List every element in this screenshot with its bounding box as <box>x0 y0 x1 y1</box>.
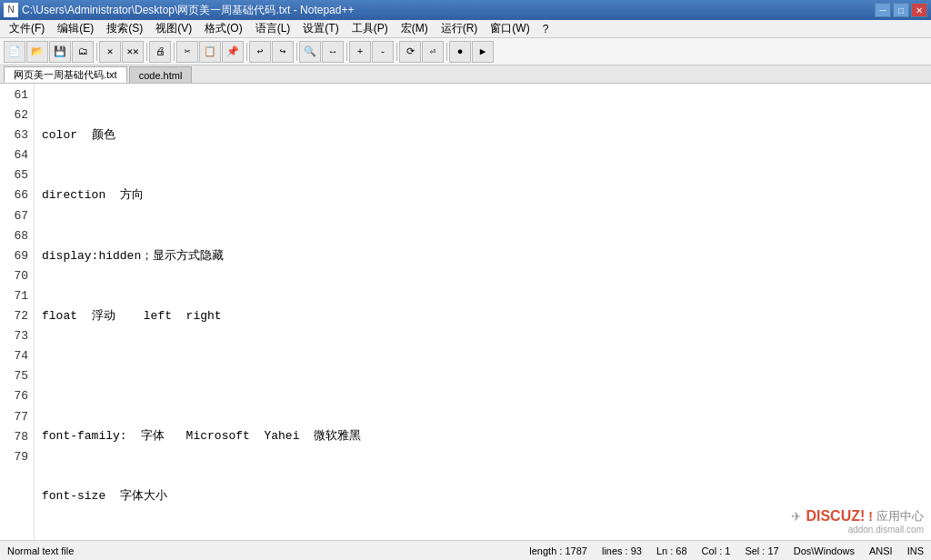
zoom-out-button[interactable]: - <box>372 41 394 63</box>
line-number: 69 <box>0 246 28 266</box>
status-lines: lines : 93 <box>602 545 642 556</box>
title-bar: N C:\Users\Administrator\Desktop\网页美一周基础… <box>0 0 931 20</box>
editor-content[interactable]: color 颜色 direction 方向 display:hidden；显示方… <box>35 84 931 540</box>
close-button[interactable]: ✕ <box>911 3 927 17</box>
editor-line-65 <box>42 366 924 386</box>
discuz-brand-text: DISCUZ! <box>806 508 865 525</box>
line-number: 67 <box>0 206 28 226</box>
menu-tools[interactable]: 工具(P) <box>346 21 394 37</box>
toolbar: 📄 📂 💾 🗂 ✕ ✕✕ 🖨 ✂ 📋 📌 ↩ ↪ 🔍 ↔ + - ⟳ ⏎ ● ▶ <box>0 38 931 65</box>
save-all-button[interactable]: 🗂 <box>72 41 94 63</box>
line-number: 62 <box>0 105 28 125</box>
status-length: length : 1787 <box>529 545 587 556</box>
menu-help[interactable]: ? <box>537 21 555 37</box>
status-file-type: Normal text file <box>7 545 74 556</box>
discuz-icon: ✈ DISCUZ!!应用中心 <box>791 508 924 525</box>
tabs-bar: 网页美一周基础代码.txt code.html <box>0 65 931 84</box>
separator-1 <box>95 41 98 63</box>
status-mode: INS <box>907 545 924 556</box>
replace-button[interactable]: ↔ <box>322 41 344 63</box>
window-controls: ─ □ ✕ <box>875 3 927 17</box>
line-number: 77 <box>0 407 28 427</box>
menu-settings[interactable]: 设置(T) <box>297 21 344 37</box>
status-charset: ANSI <box>869 545 893 556</box>
line-number: 78 <box>0 427 28 447</box>
line-number: 71 <box>0 286 28 306</box>
line-number: 63 <box>0 125 28 145</box>
line-number: 73 <box>0 326 28 346</box>
editor-line-61: color 颜色 <box>42 125 924 145</box>
wrap-button[interactable]: ⏎ <box>422 41 444 63</box>
editor-line-66: font-family: 字体 Microsoft Yahei 微软雅黑 <box>42 426 924 446</box>
status-ln: Ln : 68 <box>656 545 687 556</box>
minimize-button[interactable]: ─ <box>875 3 891 17</box>
line-number: 72 <box>0 306 28 326</box>
line-number: 79 <box>0 447 28 467</box>
new-button[interactable]: 📄 <box>4 41 25 63</box>
separator-4 <box>245 41 248 63</box>
menu-search[interactable]: 搜索(S) <box>101 21 148 37</box>
menu-view[interactable]: 视图(V) <box>150 21 197 37</box>
line-number: 66 <box>0 185 28 205</box>
editor-container: 61 62 63 64 65 66 67 68 69 70 71 72 73 7… <box>0 84 931 540</box>
editor-line-62: direction 方向 <box>42 185 924 205</box>
line-number: 61 <box>0 85 28 105</box>
discuz-arrow-icon: ✈ <box>791 509 802 524</box>
sync-button[interactable]: ⟳ <box>399 41 421 63</box>
separator-3 <box>172 41 175 63</box>
separator-8 <box>445 41 448 63</box>
discuz-url: addon.dismall.com <box>791 525 924 535</box>
find-button[interactable]: 🔍 <box>299 41 321 63</box>
separator-5 <box>295 41 298 63</box>
menu-macro[interactable]: 宏(M) <box>395 21 434 37</box>
menu-language[interactable]: 语言(L) <box>250 21 296 37</box>
editor-line-64: float 浮动 left right <box>42 306 924 326</box>
print-button[interactable]: 🖨 <box>149 41 171 63</box>
open-button[interactable]: 📂 <box>26 41 48 63</box>
redo-button[interactable]: ↪ <box>272 41 294 63</box>
separator-2 <box>145 41 148 63</box>
app-icon: N <box>4 3 18 17</box>
zoom-in-button[interactable]: + <box>349 41 371 63</box>
editor-line-67: font-size 字体大小 <box>42 486 924 506</box>
cut-button[interactable]: ✂ <box>176 41 198 63</box>
line-number: 65 <box>0 165 28 185</box>
separator-6 <box>345 41 348 63</box>
maximize-button[interactable]: □ <box>893 3 909 17</box>
copy-button[interactable]: 📋 <box>199 41 221 63</box>
close-all-button[interactable]: ✕✕ <box>122 41 144 63</box>
tab-html[interactable]: code.html <box>129 66 193 83</box>
status-sel: Sel : 17 <box>745 545 778 556</box>
close-file-button[interactable]: ✕ <box>99 41 121 63</box>
title-bar-left: N C:\Users\Administrator\Desktop\网页美一周基础… <box>4 3 354 18</box>
line-numbers: 61 62 63 64 65 66 67 68 69 70 71 72 73 7… <box>0 84 35 540</box>
menu-file[interactable]: 文件(F) <box>4 21 50 37</box>
menu-window[interactable]: 窗口(W) <box>485 21 535 37</box>
status-col: Col : 1 <box>702 545 731 556</box>
discuz-suffix: 应用中心 <box>876 508 924 525</box>
undo-button[interactable]: ↩ <box>249 41 271 63</box>
status-right: length : 1787 lines : 93 Ln : 68 Col : 1… <box>529 545 924 556</box>
line-number: 74 <box>0 346 28 366</box>
macro-button[interactable]: ● <box>449 41 471 63</box>
window-title: C:\Users\Administrator\Desktop\网页美一周基础代码… <box>22 3 354 18</box>
line-number: 75 <box>0 366 28 386</box>
separator-7 <box>395 41 398 63</box>
menu-format[interactable]: 格式(O) <box>199 21 247 37</box>
editor-line-63: display:hidden；显示方式隐藏 <box>42 246 924 266</box>
paste-button[interactable]: 📌 <box>222 41 244 63</box>
line-number: 68 <box>0 226 28 246</box>
discuz-logo-area: ✈ DISCUZ!!应用中心 addon.dismall.com <box>791 508 924 535</box>
status-encoding: Dos\Windows <box>794 545 855 556</box>
save-button[interactable]: 💾 <box>49 41 71 63</box>
menu-edit[interactable]: 编辑(E) <box>52 21 99 37</box>
macro-run-button[interactable]: ▶ <box>472 41 494 63</box>
menu-bar: 文件(F) 编辑(E) 搜索(S) 视图(V) 格式(O) 语言(L) 设置(T… <box>0 20 931 38</box>
status-bar: Normal text file length : 1787 lines : 9… <box>0 540 931 560</box>
tab-txt[interactable]: 网页美一周基础代码.txt <box>4 66 127 83</box>
line-number: 64 <box>0 145 28 165</box>
line-number: 76 <box>0 386 28 406</box>
menu-run[interactable]: 运行(R) <box>435 21 484 37</box>
line-number: 70 <box>0 266 28 286</box>
